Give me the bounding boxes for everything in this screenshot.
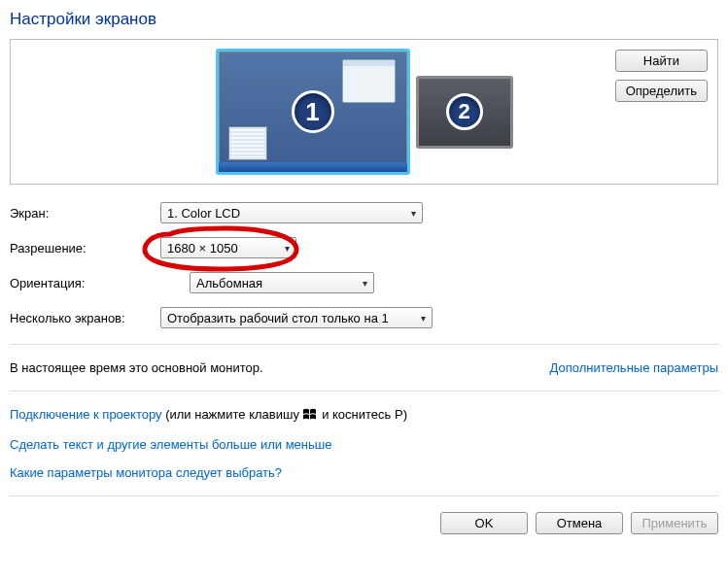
apply-button: Применить <box>631 512 718 534</box>
ok-button[interactable]: OK <box>440 512 528 534</box>
separator <box>10 344 718 345</box>
find-button[interactable]: Найти <box>615 50 708 72</box>
resolution-value: 1680 × 1050 <box>167 241 238 256</box>
display-value: 1. Color LCD <box>167 206 240 221</box>
help-link[interactable]: Какие параметры монитора следует выбрать… <box>10 465 282 480</box>
cancel-button[interactable]: Отмена <box>536 512 623 534</box>
orientation-select[interactable]: Альбомная <box>190 272 374 293</box>
separator <box>10 391 718 392</box>
advanced-settings-link[interactable]: Дополнительные параметры <box>549 360 718 375</box>
projector-link[interactable]: Подключение к проектору <box>10 407 162 422</box>
mini-window-icon <box>342 59 396 103</box>
multiple-displays-value: Отобразить рабочий стол только на 1 <box>167 311 389 325</box>
orientation-label: Ориентация: <box>10 276 160 290</box>
resolution-select[interactable]: 1680 × 1050 <box>160 237 296 258</box>
windows-key-icon <box>303 408 319 424</box>
multiple-displays-select[interactable]: Отобразить рабочий стол только на 1 <box>160 307 433 328</box>
monitor-number-badge: 2 <box>446 93 483 130</box>
resolution-label: Разрешение: <box>10 241 160 256</box>
separator <box>10 495 718 496</box>
taskbar-icon <box>219 162 407 172</box>
display-label: Экран: <box>10 206 160 221</box>
monitor-number-badge: 1 <box>292 90 334 133</box>
projector-hint-pre: (или нажмите клавишу <box>165 407 302 422</box>
mini-window-icon <box>228 126 267 160</box>
display-select[interactable]: 1. Color LCD <box>160 202 423 223</box>
multiple-displays-label: Несколько экранов: <box>10 311 160 325</box>
monitor-2[interactable]: 2 <box>416 76 513 149</box>
display-preview: 1 2 Найти Определить <box>10 39 718 185</box>
primary-monitor-status: В настоящее время это основной монитор. <box>10 360 263 375</box>
monitor-1[interactable]: 1 <box>216 49 410 175</box>
orientation-value: Альбомная <box>196 276 262 290</box>
projector-hint-post: и коснитесь P) <box>322 407 407 422</box>
page-title: Настройки экранов <box>10 10 718 29</box>
identify-button[interactable]: Определить <box>615 80 708 102</box>
text-size-link[interactable]: Сделать текст и другие элементы больше и… <box>10 437 331 452</box>
